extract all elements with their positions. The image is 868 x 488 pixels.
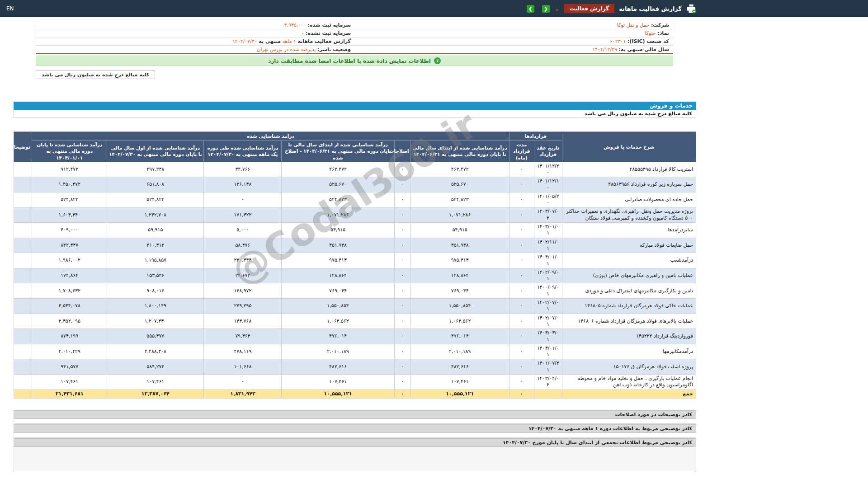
revenue-value: ۰ [394, 268, 410, 283]
explanation-body [14, 433, 696, 438]
service-description: انجام عملیات بارگیری ، حمل و تخلیه مواد … [562, 375, 696, 390]
contract-date: ۱۴۰۱/۰۷/۲۱ [534, 359, 562, 375]
revenue-value: ۵۴,۹۱۵ [410, 223, 509, 238]
topbar-main-group: گزارش فعالیت ماهانه گزارش فعالیت ⌄ ❮ ❯ [527, 4, 696, 14]
chevron-down-icon[interactable]: ⌄ [554, 6, 560, 11]
row-note [14, 344, 32, 359]
revenue-value: ۰ [204, 375, 282, 390]
col-header-description: شرح خدمات یا فروش [562, 132, 696, 162]
revenue-value: ۵۲۴,۸۲۳ [32, 192, 107, 207]
revenue-value: ۱,۵۵۰,۸۵۴ [282, 299, 394, 314]
table-row: درآمدشعب۱۴۰۴/۰۱/۰۱۰۹۷۵,۴۱۳۰۹۷۵,۴۱۳۲۲۰,۴۴… [14, 253, 696, 268]
contract-date: ۱۴۰۳/۰۴/۰۲ [534, 375, 562, 390]
field-label: سرمایه ثبت شده: [308, 22, 351, 28]
revenue-value: ۱۳۸,۹۷۲ [204, 283, 282, 299]
field-value: ۰ [302, 30, 304, 36]
sales-table-body: استریپ کالا قرارداد ۴۸۵۵۵۳۹۵۱۴۰۱/۱۲/۲۰۰۴… [14, 162, 696, 398]
revenue-value: ۱۲۸,۸۶۴ [410, 268, 509, 283]
col-header-revenue-current-month: درآمد شناسایی شده طی دوره یک ماهه منتهی … [204, 141, 282, 162]
table-row: انجام عملیات بارگیری ، حمل و تخلیه مواد … [14, 375, 696, 390]
table-row: استریپ کالا قرارداد ۴۸۵۵۵۳۹۵۱۴۰۱/۱۲/۲۰۰۴… [14, 162, 696, 177]
revenue-value: ۳,۵۳۴,۰۷۸ [32, 299, 107, 314]
revenue-value: ۵,۰۰۰ [204, 223, 282, 238]
revenue-value: ۴۶۲,۴۷۲ [410, 162, 509, 177]
revenue-value: ۵۸۴,۲۷۴ [107, 359, 204, 375]
contract-date: ۱۴۰۳/۰۱/۰۱ [534, 344, 562, 359]
revenue-value: ۵۲۵,۶۷۰ [282, 177, 394, 192]
contract-date: ۱۴۰۲/۰۹/۰۱ [534, 268, 562, 283]
company-info-row: کد صنعت (ISIC): ۶۰۲۳۰۱ گزارش فعالیت ماها… [36, 38, 673, 46]
field-value: پذیرفته شده در بورس تهران [257, 47, 316, 52]
revenue-value: ۱۰۷,۴۶۱ [32, 375, 107, 390]
field-label: شرکت: [651, 22, 669, 28]
revenue-value: ۲۲۰,۴۴۴ [204, 253, 282, 268]
revenue-value: ۴۷۶,۰۱۴ [282, 329, 394, 344]
revenue-value: ۵۹,۹۱۵ [107, 223, 204, 238]
col-header-notes: توضیحات [14, 132, 32, 162]
revenue-value: ۰ [394, 162, 410, 177]
field-value: حمل و نقل توکا [617, 22, 650, 28]
revenue-value: ۲۱,۴۳۱,۶۸۱ [32, 389, 107, 398]
field-label: سرمایه ثبت نشده: [306, 30, 351, 36]
revenue-value: ۱۲۸,۸۶۴ [282, 268, 394, 283]
contract-duration: ۰ [509, 192, 534, 207]
revenue-value: ۰ [394, 375, 410, 390]
company-info-row: سال مالی منتهی به: ۱۴۰۴/۱۲/۲۹ وضعیت ناشر… [36, 46, 673, 54]
company-info-cell-right: سال مالی منتهی به: ۱۴۰۴/۱۲/۲۹ [354, 46, 673, 54]
revenue-value: ۱۷۴,۸۶۴ [32, 268, 107, 283]
field-label: منتهی به [259, 38, 281, 44]
service-description: حمل ضایعات فولاد مبارکه [562, 238, 696, 253]
revenue-value: ۱,۸۳۱,۹۴۳ [204, 389, 282, 398]
revenue-value: ۴۸۲,۶۱۶ [410, 359, 509, 375]
revenue-value: ۴۶۲,۴۷۲ [282, 162, 394, 177]
revenue-value: ۰ [394, 283, 410, 299]
explanation-title: کادر توضیحات در مورد اصلاحات [14, 410, 696, 419]
company-info-body: شرکت: حمل و نقل توکا سرمایه ثبت شده: ۴,۹… [36, 21, 673, 54]
contract-date [534, 389, 562, 398]
service-description: درآمدشعب [562, 253, 696, 268]
revenue-value: ۲,۳۵۲,۰۹۵ [32, 314, 107, 329]
table-unit-note: کلیه مبالغ درج شده به میلیون ریال می باش… [14, 110, 696, 118]
next-report-button[interactable]: ❮ [542, 5, 550, 13]
print-report-icon[interactable] [686, 4, 696, 14]
table-row: عملیات بالابرهای فولاد هرمزگان قرارداد ش… [14, 314, 696, 329]
field-value: ۱۴۰۴/۰۷/۳۰ [232, 38, 257, 44]
contract-duration: ۰ [509, 162, 534, 177]
report-type-dropdown[interactable]: گزارش فعالیت [564, 4, 614, 13]
revenue-value: ۱۴۳,۷۶۸ [204, 314, 282, 329]
revenue-value: ۵۲۴,۸۲۳ [410, 192, 509, 207]
language-toggle[interactable]: EN [6, 5, 14, 12]
page-title: گزارش فعالیت ماهانه [619, 5, 682, 12]
field-value: ۱۴۰۴/۱۲/۲۹ [592, 47, 617, 52]
revenue-value: ۱۵۳,۵۳۶ [107, 268, 204, 283]
table-row: درآمدمکانیزمها۱۴۰۳/۰۱/۰۱۰۲,۰۱۰,۱۸۹۰۲,۰۱۰… [14, 344, 696, 359]
company-info-cell-right: نماد: حتوکا [354, 29, 673, 38]
contract-date: ۱۴۰۳/۰۷/۰۲ [534, 207, 562, 223]
contract-duration: ۰ [509, 283, 534, 299]
revenue-value: ۱۰,۵۵۵,۱۲۱ [282, 389, 394, 398]
row-note [14, 162, 32, 177]
row-note [14, 299, 32, 314]
service-description: عملیات تامین و راهبری مکانیزمهای خاص (بو… [562, 268, 696, 283]
previous-report-button[interactable]: ❯ [527, 5, 534, 13]
revenue-value: ۰ [394, 344, 410, 359]
revenue-value: ۱,۷۰۸,۶۳۲ [32, 283, 107, 299]
contract-date: ۱۴۰۲/۰۷/۰۱ [534, 314, 562, 329]
revenue-value: ۱۰۷,۴۶۱ [282, 375, 394, 390]
revenue-value: ۵۲۴,۸۲۳ [107, 192, 204, 207]
contract-duration: ۰ [509, 344, 534, 359]
explanation-body [14, 447, 696, 472]
row-note [14, 192, 32, 207]
revenue-value: ۷۶۹,۰۴۴ [410, 283, 509, 299]
revenue-value: ۴۸۲,۶۱۶ [282, 359, 394, 375]
contract-duration: ۰ [509, 268, 534, 283]
contract-duration: ۰ [509, 375, 534, 390]
explanation-title: کادر توضیحی مربوط به اطلاعات دوره ۱ ماهه… [14, 424, 696, 433]
revenue-value: ۱,۲۴۲,۷۰۸ [107, 207, 204, 223]
contract-date: ۱۴۰۱/۰۵/۲۰ [534, 192, 562, 207]
revenue-value: ۰ [394, 299, 410, 314]
revenue-value: ۳۴,۷۶۶ [204, 162, 282, 177]
revenue-value: ۰ [204, 192, 282, 207]
row-note [14, 223, 32, 238]
sales-table: شرح خدمات یا فروش قراردادها درآمد شناسای… [14, 131, 696, 399]
